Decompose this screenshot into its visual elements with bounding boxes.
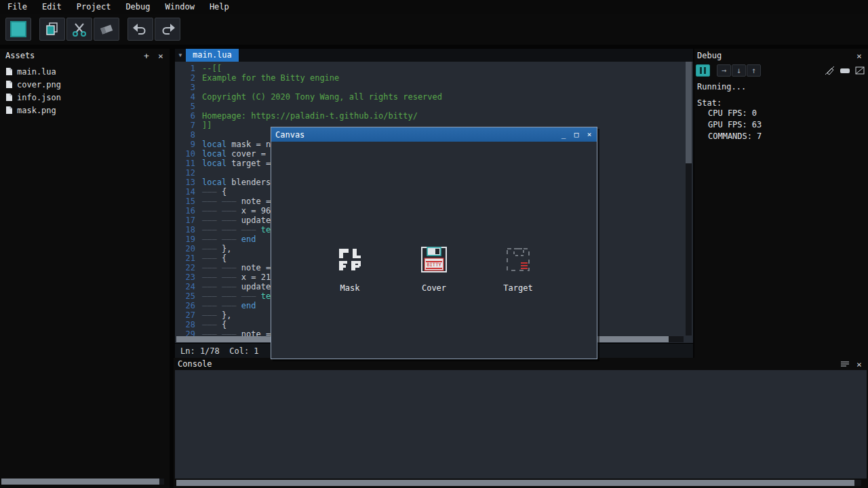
paste-button[interactable] xyxy=(94,18,119,41)
stat-value: 0 xyxy=(752,108,757,118)
code-line[interactable]: 4Copyright (C) 2020 Tony Wang, all right… xyxy=(175,92,684,102)
line-number: 18 xyxy=(175,225,195,235)
console-close-button[interactable]: × xyxy=(854,359,865,369)
code-text: ――― ――― ――― te xyxy=(202,225,271,235)
stat-gpu-fps: GPU FPS:63 xyxy=(708,119,865,131)
stat-label: GPU FPS: xyxy=(708,120,747,129)
cursor-position: Ln: 1/78 Col: 1 xyxy=(175,344,259,359)
console-title: Console xyxy=(174,359,212,369)
step-over-button[interactable]: → xyxy=(717,64,731,77)
line-number: 25 xyxy=(175,291,195,301)
line-number: 7 xyxy=(175,121,195,130)
menubar: File Edit Project Debug Window Help xyxy=(0,0,868,14)
step-into-button[interactable]: ↓ xyxy=(732,64,746,77)
code-text: --[[ xyxy=(202,64,222,73)
asset-item-cover-png[interactable]: cover.png xyxy=(0,78,170,91)
line-number: 8 xyxy=(175,130,195,140)
code-line[interactable]: 2Example for the Bitty engine xyxy=(175,73,684,83)
editor-vscrollbar-thumb[interactable] xyxy=(686,62,692,163)
step-out-button[interactable]: ↑ xyxy=(747,64,761,77)
code-text: Copyright (C) 2020 Tony Wang, all rights… xyxy=(202,92,442,102)
redo-button[interactable] xyxy=(155,18,180,41)
add-asset-button[interactable]: + xyxy=(141,50,152,61)
editor-vscrollbar[interactable] xyxy=(686,62,692,336)
stat-label: CPU FPS: xyxy=(708,108,747,118)
file-icon xyxy=(5,67,13,76)
tab-main-lua[interactable]: main.lua xyxy=(186,49,239,62)
debug-stat-header: Stat: xyxy=(697,98,865,108)
line-number: 26 xyxy=(175,301,195,310)
code-line[interactable]: 5 xyxy=(175,102,684,111)
asset-item-info-json[interactable]: info.json xyxy=(0,91,170,104)
pause-icon xyxy=(700,67,702,74)
asset-item-main-lua[interactable]: main.lua xyxy=(0,65,170,78)
asset-item-mask-png[interactable]: mask.png xyxy=(0,104,170,117)
tab-dropdown-button[interactable]: ▼ xyxy=(175,49,186,62)
menu-help[interactable]: Help xyxy=(202,0,237,14)
file-icon xyxy=(5,93,13,102)
menu-project[interactable]: Project xyxy=(69,0,119,14)
asset-label: main.lua xyxy=(17,67,56,77)
code-line[interactable]: 6Homepage: https://paladin-t.github.io/b… xyxy=(175,111,684,121)
svg-text:BITTY: BITTY xyxy=(427,262,441,268)
code-text: ――― { xyxy=(202,187,226,197)
menu-debug[interactable]: Debug xyxy=(118,0,157,14)
copy-icon xyxy=(44,21,60,37)
editor-tabbar: ▼ main.lua xyxy=(175,49,693,62)
assets-hscrollbar-thumb[interactable] xyxy=(1,479,159,485)
code-text: ――― ――― end xyxy=(202,301,256,310)
code-line[interactable]: 3 xyxy=(175,83,684,92)
line-number: 13 xyxy=(175,178,195,187)
debug-close-button[interactable]: × xyxy=(854,50,865,61)
code-text: ――― }, xyxy=(202,310,231,320)
code-text: ――― ――― x = 96 xyxy=(202,206,271,216)
console-output[interactable] xyxy=(175,370,867,479)
window-close-button[interactable]: × xyxy=(584,127,595,142)
line-number: 9 xyxy=(175,140,195,149)
console-hscrollbar-thumb[interactable] xyxy=(176,480,854,486)
assets-title: Assets xyxy=(0,51,35,60)
capsule-icon[interactable] xyxy=(840,66,850,75)
assets-close-button[interactable]: × xyxy=(155,50,166,61)
assets-hscrollbar[interactable] xyxy=(1,479,164,485)
code-text: ――― ――― note = xyxy=(202,197,271,206)
asset-list: main.lua cover.png info.json mask.png xyxy=(0,65,170,117)
canvas-item-label: Mask xyxy=(334,283,366,293)
canvas-item-cover: BITTY Cover xyxy=(418,245,450,293)
line-number: 21 xyxy=(175,253,195,263)
console-hscrollbar[interactable] xyxy=(176,480,861,486)
menu-edit[interactable]: Edit xyxy=(35,0,69,14)
canvas-titlebar[interactable]: Canvas _ □ × xyxy=(271,127,597,142)
maximize-button[interactable]: □ xyxy=(571,127,582,142)
undo-button[interactable] xyxy=(127,18,153,41)
menu-file[interactable]: File xyxy=(0,0,35,14)
code-text: ――― ――― update xyxy=(202,282,271,291)
canvas-viewport[interactable]: Mask BITTY Cover xyxy=(271,142,597,359)
mask-floppy-icon xyxy=(335,245,365,274)
code-text: ――― ――― ――― te xyxy=(202,291,271,301)
file-icon xyxy=(5,80,13,89)
code-text: ――― { xyxy=(202,253,226,263)
run-button[interactable] xyxy=(5,18,31,41)
pause-button[interactable] xyxy=(696,64,710,77)
cut-button[interactable] xyxy=(66,18,92,41)
copy-button[interactable] xyxy=(39,18,65,41)
file-icon xyxy=(5,106,13,115)
console-lines-icon[interactable] xyxy=(840,359,850,369)
stat-value: 7 xyxy=(757,131,762,141)
crossed-box-icon[interactable] xyxy=(854,66,865,75)
run-icon xyxy=(10,21,26,37)
line-number: 24 xyxy=(175,282,195,291)
code-line[interactable]: 1--[[ xyxy=(175,64,684,73)
menu-window[interactable]: Window xyxy=(158,0,202,14)
code-text: local target = xyxy=(202,159,271,168)
line-number: 2 xyxy=(175,73,195,83)
code-text: local mask = n xyxy=(202,140,271,149)
minimize-button[interactable]: _ xyxy=(558,127,569,142)
pencil-slash-icon[interactable] xyxy=(825,66,835,75)
line-number: 3 xyxy=(175,83,195,92)
target-floppy-icon xyxy=(503,245,533,274)
code-text: local cover = xyxy=(202,149,271,159)
canvas-window-title: Canvas xyxy=(271,130,558,140)
line-number: 19 xyxy=(175,235,195,244)
